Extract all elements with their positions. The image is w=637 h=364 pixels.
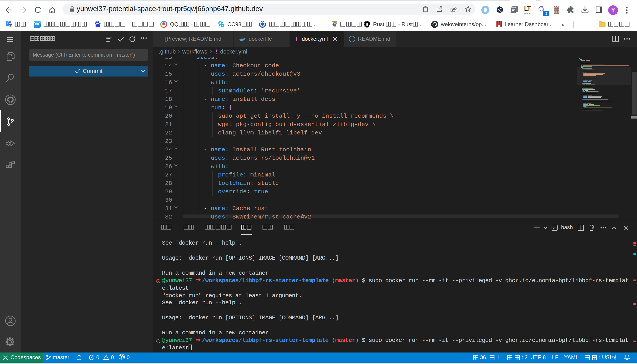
- svg-text:R: R: [366, 22, 369, 26]
